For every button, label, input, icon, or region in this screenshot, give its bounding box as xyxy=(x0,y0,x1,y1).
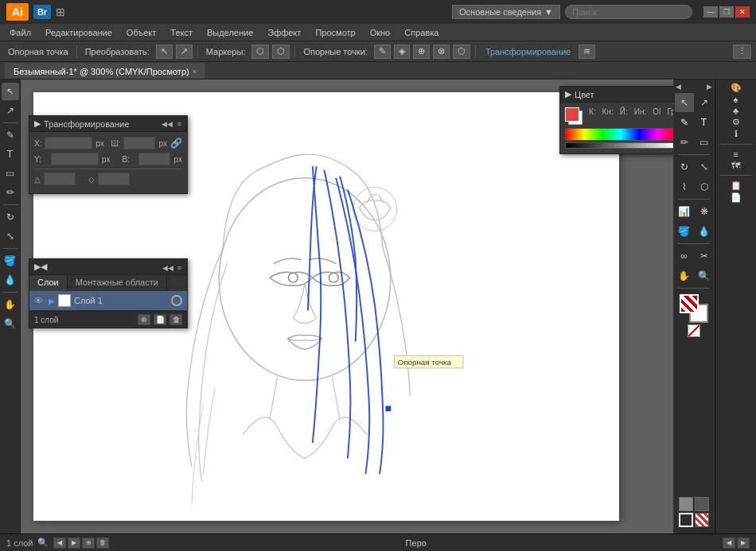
layer-visibility-icon[interactable]: 👁 xyxy=(34,296,45,305)
far-right-btn-6[interactable]: ≡ xyxy=(733,149,738,159)
anchor-btn4[interactable]: ⊗ xyxy=(433,45,450,59)
selection-tool-btn[interactable]: ↖ xyxy=(2,83,19,100)
w-input[interactable]: 0 xyxy=(123,137,155,149)
layers-panel-header[interactable]: ▶◀ ◀◀ ≡ xyxy=(29,259,187,275)
direct-select-tool[interactable]: ↗ xyxy=(695,93,714,112)
nav-right-next[interactable]: ▶ xyxy=(737,537,750,549)
workspace-switcher-icon[interactable]: ⊞ xyxy=(56,6,65,18)
eyedropper-tool[interactable]: 💧 xyxy=(695,222,714,241)
pen-tool[interactable]: ✎ xyxy=(675,113,694,132)
menu-effect[interactable]: Эффект xyxy=(261,26,307,39)
angle2-input[interactable]: 0° xyxy=(98,173,130,185)
nav-add-btn[interactable]: ⊕ xyxy=(82,537,95,549)
menu-text[interactable]: Текст xyxy=(164,26,199,39)
gray-bar[interactable] xyxy=(565,142,676,149)
hand-tool[interactable]: ✋ xyxy=(675,266,694,285)
bridge-logo[interactable]: Br xyxy=(33,5,51,19)
layers-collapse-btn[interactable]: ◀◀ xyxy=(162,263,174,273)
minimize-button[interactable]: — xyxy=(703,6,718,17)
eyedropper-btn[interactable]: 💧 xyxy=(2,271,19,289)
pen-tool-btn[interactable]: ✎ xyxy=(2,126,19,144)
stroke-swatch[interactable] xyxy=(688,324,700,337)
anchor-btn3[interactable]: ⊕ xyxy=(413,45,430,59)
transform-btn1[interactable]: ↖ xyxy=(156,45,173,59)
far-right-btn-7[interactable]: 🗺 xyxy=(731,161,740,170)
text-tool-btn[interactable]: T xyxy=(2,146,19,163)
nav-right-prev[interactable]: ◀ xyxy=(723,537,735,549)
tool-panel-collapse-right[interactable]: ▶ xyxy=(707,83,712,91)
gray-screen-btn[interactable] xyxy=(695,497,709,511)
chain-icon[interactable]: 🔗 xyxy=(170,138,182,149)
menu-help[interactable]: Справка xyxy=(398,26,445,39)
marker-btn2[interactable]: ⬡ xyxy=(272,45,290,59)
transform-menu-btn[interactable]: ≡ xyxy=(177,119,182,129)
nav-next-btn[interactable]: ▶ xyxy=(68,537,80,549)
tool-fg-swatch[interactable] xyxy=(680,294,699,313)
shape-tool-btn[interactable]: ▭ xyxy=(2,165,19,182)
menu-object[interactable]: Объект xyxy=(120,26,162,39)
delete-layer-btn[interactable]: 🗑 xyxy=(170,314,182,325)
rotate-tool[interactable]: ↻ xyxy=(675,157,694,177)
far-right-btn-2[interactable]: ♠ xyxy=(734,95,738,104)
x-input[interactable]: 381,333 xyxy=(45,137,92,149)
duplicate-layer-btn[interactable]: 📄 xyxy=(154,314,166,325)
color-tab-in[interactable]: Ин: xyxy=(634,107,647,116)
menu-file[interactable]: Файл xyxy=(3,26,37,39)
transform-btn2[interactable]: ↗ xyxy=(176,45,193,59)
maximize-button[interactable]: ❐ xyxy=(719,6,734,17)
canvas-area[interactable]: Опорная точка ▶ Трансформирование ◀◀ ≡ X… xyxy=(21,80,715,534)
hand-tool-btn[interactable]: ✋ xyxy=(2,296,19,313)
blend-tool[interactable]: ∞ xyxy=(675,246,694,266)
shape-tool[interactable]: ▭ xyxy=(695,133,714,152)
far-right-btn-3[interactable]: ♣ xyxy=(733,106,738,115)
stroke-box[interactable] xyxy=(679,513,693,527)
far-right-btn-9[interactable]: 📄 xyxy=(731,192,742,203)
panel-arrange-btn[interactable]: ⋮ xyxy=(733,45,751,59)
fill-tool-btn[interactable]: 🪣 xyxy=(2,252,19,270)
scale-tool-btn[interactable]: ⤡ xyxy=(2,227,19,245)
artboards-tab[interactable]: Монтажные области xyxy=(68,275,167,291)
scissors-tool[interactable]: ✂ xyxy=(695,246,714,266)
pencil-tool[interactable]: ✏ xyxy=(675,133,694,152)
text-tool[interactable]: T xyxy=(695,113,714,132)
anchor-btn5[interactable]: ⬡ xyxy=(453,45,470,59)
color-tab-kn[interactable]: Кн: xyxy=(602,107,614,116)
document-tab[interactable]: Безымянный-1* @ 300% (CMYK/Просмотр) × xyxy=(5,63,205,79)
far-right-btn-4[interactable]: ⚙ xyxy=(732,117,740,127)
layer-row[interactable]: 👁 ▶ Слой 1 xyxy=(29,291,187,311)
menu-window[interactable]: Окно xyxy=(364,26,397,39)
color-tab-k[interactable]: К: xyxy=(589,107,596,116)
menu-view[interactable]: Просмотр xyxy=(309,26,361,39)
reshape-tool[interactable]: ⬡ xyxy=(695,177,714,196)
transform-panel-header[interactable]: ▶ Трансформирование ◀◀ ≡ xyxy=(29,116,187,132)
transform-extra-btn[interactable]: ≋ xyxy=(579,45,595,59)
far-right-btn-5[interactable]: ℹ xyxy=(735,129,738,139)
search-input[interactable] xyxy=(565,5,692,19)
symbol-tool[interactable]: ❋ xyxy=(695,202,714,221)
y-input[interactable]: 143,048 xyxy=(51,153,99,165)
rotate-tool-btn[interactable]: ↻ xyxy=(2,208,19,226)
add-layer-btn[interactable]: ⊕ xyxy=(138,314,150,325)
tab-close-button[interactable]: × xyxy=(193,68,197,76)
h-input[interactable]: 0 xyxy=(138,153,170,165)
nav-prev-btn[interactable]: ◀ xyxy=(53,537,66,549)
fill-tool[interactable]: 🪣 xyxy=(675,222,694,241)
warp-tool[interactable]: ⌇ xyxy=(675,177,694,196)
menu-edit[interactable]: Редактирование xyxy=(39,26,119,39)
workspace-button[interactable]: Основные сведения ▼ xyxy=(452,5,560,19)
zoom-tool[interactable]: 🔍 xyxy=(695,266,714,285)
foreground-swatch[interactable] xyxy=(565,107,579,122)
tool-panel-collapse-left[interactable]: ◀ xyxy=(676,83,681,91)
selection-tool[interactable]: ↖ xyxy=(675,93,694,112)
layers-tab[interactable]: Слои xyxy=(29,275,68,291)
pencil-tool-btn[interactable]: ✏ xyxy=(2,184,19,201)
far-right-btn-1[interactable]: 🎨 xyxy=(731,83,742,93)
status-search-icon[interactable]: 🔍 xyxy=(37,537,49,548)
color-tab-ol[interactable]: Ol xyxy=(653,107,661,116)
anchor-btn2[interactable]: ◈ xyxy=(394,45,410,59)
column-graph-tool[interactable]: 📊 xyxy=(675,202,694,221)
direct-selection-btn[interactable]: ↗ xyxy=(2,102,19,119)
color-tab-y[interactable]: Й: xyxy=(620,107,628,116)
zoom-tool-btn[interactable]: 🔍 xyxy=(2,315,19,332)
menu-select[interactable]: Выделение xyxy=(201,26,259,39)
